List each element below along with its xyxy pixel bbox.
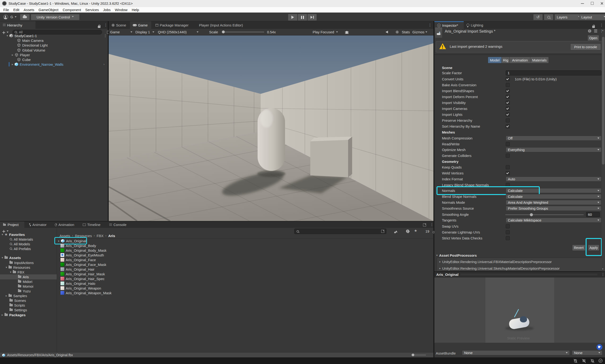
foldout-open-icon[interactable]: ▾ bbox=[436, 254, 438, 257]
optimize-mesh-dropdown[interactable]: Everything bbox=[506, 147, 602, 152]
vsync-grid-icon[interactable] bbox=[396, 30, 399, 34]
hierarchy-scene-row[interactable]: ▾ StudyCase1-1 bbox=[0, 33, 108, 38]
favorite-all-materials[interactable]: All Materials bbox=[10, 237, 33, 242]
version-control-dropdown[interactable]: Unity Version Control bbox=[31, 14, 80, 20]
more-options-icon[interactable] bbox=[104, 23, 107, 27]
display-target-dropdown[interactable]: Game bbox=[110, 30, 120, 35]
tree-fbx[interactable]: ▾FBX bbox=[10, 270, 24, 274]
messages-muted-icon[interactable] bbox=[581, 358, 587, 363]
model-tab[interactable]: Model bbox=[488, 57, 502, 63]
blend-shape-normals-dropdown[interactable]: Calculate bbox=[506, 194, 602, 199]
importance-icon[interactable] bbox=[406, 230, 409, 233]
import-lights-checkbox[interactable] bbox=[506, 113, 510, 117]
tab-console[interactable]: Console bbox=[106, 221, 130, 228]
stats-button[interactable]: Stats bbox=[402, 30, 410, 35]
mute-audio-icon[interactable] bbox=[386, 30, 389, 34]
more-options-icon[interactable] bbox=[600, 23, 603, 27]
dock-icon[interactable] bbox=[423, 223, 426, 226]
foldout-open-icon[interactable]: ▾ bbox=[7, 34, 8, 37]
favorite-all-models[interactable]: All Models bbox=[10, 242, 30, 246]
tree-midori[interactable]: Midori bbox=[18, 279, 32, 284]
tree-momoi[interactable]: Momoi bbox=[18, 284, 33, 289]
account-chevron-icon[interactable] bbox=[15, 16, 16, 18]
breadcrumb-fbx[interactable]: FBX bbox=[97, 234, 103, 238]
revert-button[interactable]: Revert bbox=[572, 245, 585, 251]
favorite-all-prefabs[interactable]: All Prefabs bbox=[10, 246, 31, 251]
file-row[interactable]: Aris_Original_Body bbox=[61, 243, 96, 248]
menu-jobs[interactable]: Jobs bbox=[103, 8, 111, 12]
breadcrumb-aris[interactable]: Aris bbox=[108, 234, 115, 238]
mesh-compression-dropdown[interactable]: Off bbox=[506, 136, 602, 141]
scale-slider-knob[interactable] bbox=[222, 30, 225, 33]
search-button[interactable] bbox=[544, 14, 554, 20]
progress-check-icon[interactable] bbox=[598, 358, 603, 363]
account-label[interactable]: G bbox=[10, 15, 13, 19]
import-cameras-checkbox[interactable] bbox=[506, 107, 510, 111]
assetbundle-tag-icon[interactable] bbox=[596, 344, 602, 350]
project-search-input[interactable] bbox=[294, 229, 386, 234]
file-row[interactable]: Aris_Original_Hair_Spec bbox=[61, 276, 104, 281]
tree-settings[interactable]: Settings bbox=[10, 308, 27, 312]
tab-game[interactable]: Game bbox=[130, 21, 151, 29]
presets-icon[interactable] bbox=[594, 29, 597, 32]
postprocessor-item[interactable]: ▸UnityEditor.Rendering.Universal.FBXMate… bbox=[439, 259, 552, 264]
foldout-closed-icon[interactable]: ▸ bbox=[439, 267, 441, 270]
more-options-icon[interactable] bbox=[601, 272, 605, 276]
menu-gameobject[interactable]: GameObject bbox=[39, 8, 58, 12]
display-dropdown[interactable]: Display 1 bbox=[135, 30, 150, 35]
menu-file[interactable]: File bbox=[3, 8, 9, 12]
step-button[interactable] bbox=[307, 14, 317, 21]
tree-yuzu[interactable]: Yuzu bbox=[18, 289, 30, 293]
scroll-down-icon[interactable]: ▾ bbox=[602, 268, 603, 270]
more-options-icon[interactable] bbox=[428, 23, 432, 27]
assetbundle-variant-dropdown[interactable]: None bbox=[572, 350, 602, 355]
file-row[interactable]: Aris_Original_Face bbox=[61, 257, 96, 262]
import-visibility-checkbox[interactable] bbox=[506, 101, 510, 105]
tab-lighting[interactable]: Lighting bbox=[464, 21, 486, 29]
tab-project[interactable]: Project bbox=[0, 221, 24, 228]
smoothing-angle-knob[interactable] bbox=[530, 213, 533, 216]
pause-button[interactable] bbox=[297, 14, 307, 21]
minimize-button[interactable] bbox=[581, 3, 584, 4]
tab-package-manager[interactable]: Package Manager bbox=[153, 21, 194, 29]
chevron-down-icon[interactable] bbox=[425, 31, 427, 34]
convert-units-checkbox[interactable] bbox=[506, 77, 510, 81]
inspector-scrollbar-thumb[interactable] bbox=[602, 37, 605, 165]
smoothing-angle-field[interactable]: 60 bbox=[586, 212, 600, 217]
scale-slider[interactable] bbox=[222, 32, 264, 32]
menu-component[interactable]: Component bbox=[63, 8, 81, 12]
normals-mode-dropdown[interactable]: Area And Angle Weighted bbox=[506, 200, 602, 205]
file-row[interactable]: Aris_Original_Face_Mask bbox=[61, 262, 106, 267]
undo-history-button[interactable]: ↺ bbox=[533, 14, 543, 20]
tab-scene[interactable]: Scene bbox=[109, 21, 129, 29]
menu-help[interactable]: Help bbox=[132, 8, 139, 12]
file-row[interactable]: Aris_Original_Halo bbox=[61, 281, 95, 286]
preview-header[interactable]: Aris_Original bbox=[434, 271, 605, 277]
tree-assets[interactable]: ▾Assets bbox=[2, 255, 21, 260]
file-row[interactable]: Aris_Original_Weapon_Mask bbox=[61, 290, 112, 295]
account-icon[interactable] bbox=[3, 15, 8, 19]
animation-tab[interactable]: Animation bbox=[510, 57, 530, 63]
gizmos-dropdown[interactable]: Gizmos bbox=[412, 30, 425, 35]
menu-window[interactable]: Window bbox=[115, 8, 127, 12]
tree-packages[interactable]: ▸Packages bbox=[2, 312, 26, 317]
menu-assets[interactable]: Assets bbox=[24, 8, 34, 12]
tab-animation[interactable]: Animation bbox=[52, 221, 77, 228]
tab-hierarchy[interactable]: Hierarchy bbox=[0, 21, 36, 29]
import-deform-percent-checkbox[interactable] bbox=[506, 95, 510, 99]
foldout-closed-icon[interactable]: ▸ bbox=[439, 260, 441, 263]
swap-uvs-checkbox[interactable] bbox=[506, 224, 510, 228]
chevron-down-icon[interactable] bbox=[153, 31, 154, 34]
import-blendshapes-checkbox[interactable] bbox=[506, 89, 510, 93]
drag-handle[interactable] bbox=[460, 274, 597, 275]
file-row[interactable]: Aris_Original_Hair bbox=[61, 267, 94, 272]
tree-resources[interactable]: ▾Resources bbox=[6, 265, 30, 270]
search-by-type-icon[interactable] bbox=[394, 231, 398, 233]
hierarchy-item-directional-light[interactable]: Directional Light bbox=[17, 43, 48, 48]
tree-scripts[interactable]: Scripts bbox=[10, 303, 25, 308]
chevron-down-icon[interactable] bbox=[197, 31, 198, 34]
file-row[interactable]: Aris_Original_EyeMouth bbox=[61, 253, 104, 257]
tab-player-input-actions[interactable]: Player (Input Actions Editor) bbox=[196, 21, 250, 29]
foldout-closed-icon[interactable]: ▸ bbox=[12, 63, 13, 66]
layout-dropdown[interactable]: Layout bbox=[579, 14, 605, 20]
